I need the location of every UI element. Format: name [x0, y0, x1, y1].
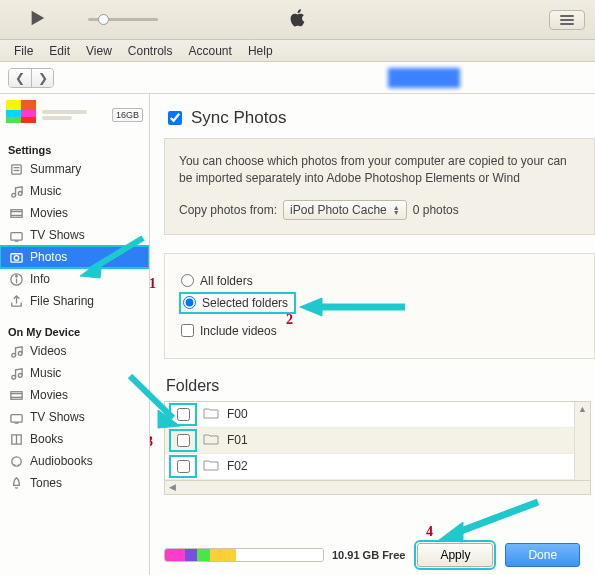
sidebar-settings-tv-shows[interactable]: TV Shows: [0, 224, 149, 246]
sidebar-settings-summary[interactable]: Summary: [0, 158, 149, 180]
folder-row[interactable]: F00: [165, 402, 590, 428]
sidebar-item-label: Audiobooks: [30, 454, 93, 468]
usage-segment: [197, 549, 211, 561]
sync-description: You can choose which photos from your co…: [179, 153, 580, 188]
usage-segment: [185, 549, 197, 561]
svg-rect-5: [10, 209, 21, 217]
folder-row[interactable]: F02: [165, 454, 590, 480]
sidebar-ondevice-tones[interactable]: Tones: [0, 472, 149, 494]
sidebar-ondevice-videos[interactable]: Videos: [0, 340, 149, 362]
folder-name: F01: [227, 433, 248, 447]
photos-icon: [8, 249, 24, 265]
nav-back-button[interactable]: ❮: [9, 69, 31, 87]
sidebar-item-label: Books: [30, 432, 63, 446]
content-pane: Sync Photos You can choose which photos …: [150, 94, 595, 575]
svg-marker-28: [439, 522, 463, 542]
menu-view[interactable]: View: [78, 44, 120, 58]
forward-button[interactable]: [52, 13, 64, 27]
usage-segment: [165, 549, 185, 561]
info-icon: [8, 271, 24, 287]
folder-icon: [203, 407, 219, 422]
sync-photos-title: Sync Photos: [191, 108, 286, 128]
tv-icon: [8, 227, 24, 243]
list-view-button[interactable]: [549, 10, 585, 30]
sidebar-item-label: Summary: [30, 162, 81, 176]
sidebar-item-label: TV Shows: [30, 410, 85, 424]
sync-photos-checkbox[interactable]: [168, 111, 182, 125]
copy-from-dropdown[interactable]: iPod Photo Cache ▲▼: [283, 200, 407, 220]
sidebar-ondevice-audiobooks[interactable]: Audiobooks: [0, 450, 149, 472]
folder-name: F00: [227, 407, 248, 421]
nav-row: ❮ ❯: [0, 62, 595, 94]
sidebar-ondevice-movies[interactable]: Movies: [0, 384, 149, 406]
svg-rect-8: [10, 232, 21, 240]
sidebar-item-label: Movies: [30, 206, 68, 220]
usage-segment: [236, 549, 323, 561]
sidebar-settings-file-sharing[interactable]: File Sharing: [0, 290, 149, 312]
folder-icon: [203, 459, 219, 474]
menu-edit[interactable]: Edit: [41, 44, 78, 58]
movies-icon: [8, 387, 24, 403]
svg-rect-0: [11, 164, 20, 173]
folder-checkbox[interactable]: [171, 405, 195, 424]
checkbox-include-videos[interactable]: Include videos: [181, 324, 578, 338]
sidebar-ondevice-books[interactable]: Books: [0, 428, 149, 450]
tv-icon: [8, 409, 24, 425]
chevron-updown-icon: ▲▼: [393, 205, 400, 215]
sidebar-item-label: File Sharing: [30, 294, 94, 308]
sidebar-settings-photos[interactable]: Photos: [0, 246, 149, 268]
scrollbar-horizontal[interactable]: ◀: [164, 481, 591, 495]
folder-checkbox[interactable]: [171, 431, 195, 450]
scroll-up-icon[interactable]: ▲: [575, 402, 590, 416]
folder-icon: [203, 433, 219, 448]
sidebar-ondevice-tv-shows[interactable]: TV Shows: [0, 406, 149, 428]
nav-forward-button[interactable]: ❯: [31, 69, 53, 87]
menu-file[interactable]: File: [6, 44, 41, 58]
movies-icon: [8, 205, 24, 221]
photo-count: 0 photos: [413, 203, 459, 217]
sidebar-section-settings: Settings: [0, 140, 149, 158]
menu-help[interactable]: Help: [240, 44, 281, 58]
sidebar-item-label: Videos: [30, 344, 66, 358]
folder-list: F00 F01 F02 ▲: [164, 401, 591, 481]
folder-name: F02: [227, 459, 248, 473]
sidebar-item-label: TV Shows: [30, 228, 85, 242]
radio-selected-folders[interactable]: Selected folders: [181, 294, 294, 312]
folder-checkbox[interactable]: [171, 457, 195, 476]
storage-usage: 10.91 GB Free: [164, 548, 405, 562]
music-icon: [8, 343, 24, 359]
sidebar-item-label: Music: [30, 184, 61, 198]
rewind-button[interactable]: [10, 13, 22, 27]
sidebar-item-label: Photos: [30, 250, 67, 264]
svg-point-11: [14, 255, 19, 260]
storage-free-label: 10.91 GB Free: [332, 549, 405, 561]
sidebar-item-label: Info: [30, 272, 50, 286]
sidebar-settings-movies[interactable]: Movies: [0, 202, 149, 224]
folder-options-box: All folders Selected folders Include vid…: [164, 253, 595, 359]
bottom-bar: 10.91 GB Free Apply Done: [164, 543, 595, 567]
sidebar-ondevice-music[interactable]: Music: [0, 362, 149, 384]
svg-rect-22: [10, 414, 21, 422]
svg-line-27: [453, 502, 538, 534]
radio-all-folders[interactable]: All folders: [181, 274, 578, 288]
annotation-arrow-4: [433, 494, 543, 547]
scroll-left-icon[interactable]: ◀: [165, 482, 179, 492]
sidebar-settings-info[interactable]: Info: [0, 268, 149, 290]
annotation-4: 4: [426, 524, 433, 540]
done-button[interactable]: Done: [505, 543, 580, 567]
books-icon: [8, 431, 24, 447]
sidebar-item-label: Music: [30, 366, 61, 380]
sidebar-settings-music[interactable]: Music: [0, 180, 149, 202]
folders-heading: Folders: [166, 377, 595, 395]
volume-slider[interactable]: [82, 18, 164, 21]
sidebar-item-label: Movies: [30, 388, 68, 402]
device-header[interactable]: 16GB: [0, 94, 149, 140]
menu-account[interactable]: Account: [181, 44, 240, 58]
menu-controls[interactable]: Controls: [120, 44, 181, 58]
apply-button[interactable]: Apply: [417, 543, 493, 567]
annotation-1: 1: [150, 276, 156, 292]
scrollbar-vertical[interactable]: ▲: [574, 402, 590, 480]
svg-point-14: [15, 275, 17, 277]
folder-row[interactable]: F01: [165, 428, 590, 454]
play-button[interactable]: [22, 9, 52, 30]
